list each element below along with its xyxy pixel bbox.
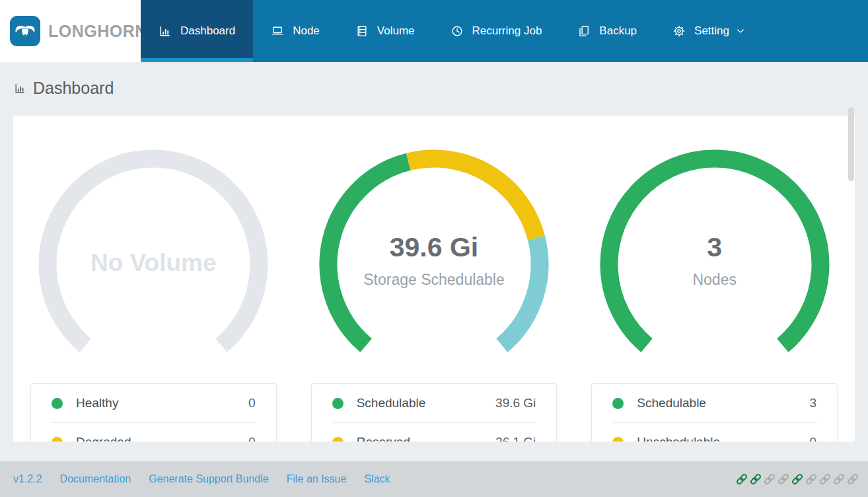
footer-link-documentation[interactable]: Documentation <box>60 473 131 485</box>
nav-item-backup[interactable]: Backup <box>560 0 655 62</box>
gear-icon <box>672 24 686 38</box>
legend-label: Degraded <box>76 435 248 441</box>
legend-label: Unschedulable <box>637 435 809 441</box>
legend-label: Schedulable <box>357 396 495 410</box>
bar-chart-icon <box>14 82 26 95</box>
longhorn-bull-icon <box>10 16 40 46</box>
link-icon-6[interactable] <box>805 473 818 486</box>
page-title: Dashboard <box>33 79 114 98</box>
legend-row-schedulable: Schedulable3 <box>592 384 837 422</box>
link-icon-4[interactable] <box>777 473 790 486</box>
gauge-panel-storage: 39.6 GiStorage SchedulableSchedulable39.… <box>294 116 575 441</box>
legend-label: Reserved <box>357 435 495 441</box>
footer-links: v1.2.2 DocumentationGenerate Support Bun… <box>0 473 390 485</box>
top-navbar: LONGHORN DashboardNodeVolumeRecurring Jo… <box>0 0 868 62</box>
storage-gauge-label: Storage Schedulable <box>294 270 575 289</box>
link-icon-7[interactable] <box>818 473 832 486</box>
nav-item-label: Dashboard <box>180 24 235 38</box>
copy-icon <box>577 24 591 38</box>
storage-legend: Schedulable39.6 GiReserved26.1 Gi <box>311 383 558 441</box>
volume-empty-text: No Volume <box>13 249 294 278</box>
nodes-legend: Schedulable3Unschedulable0 <box>591 383 838 441</box>
nodes-gauge-value: 3 <box>574 231 855 264</box>
nav-item-label: Volume <box>377 24 415 38</box>
nav-menu: DashboardNodeVolumeRecurring JobBackupSe… <box>141 0 764 62</box>
footer-bar: v1.2.2 DocumentationGenerate Support Bun… <box>0 461 868 497</box>
laptop-icon <box>271 24 284 38</box>
gauge-panel-volume: No VolumeHealthy0Degraded0 <box>13 116 294 441</box>
dashboard-card: No VolumeHealthy0Degraded039.6 GiStorage… <box>13 116 855 441</box>
legend-value: 26.1 Gi <box>495 435 536 441</box>
legend-value: 0 <box>248 435 256 441</box>
legend-value: 39.6 Gi <box>495 396 536 410</box>
status-dot <box>612 437 624 442</box>
legend-row-schedulable: Schedulable39.6 Gi <box>312 384 557 422</box>
footer-link-generate-support-bundle[interactable]: Generate Support Bundle <box>149 473 268 485</box>
nav-item-recurring-job[interactable]: Recurring Job <box>433 0 560 62</box>
legend-value: 0 <box>809 435 816 441</box>
storage-gauge-value: 39.6 Gi <box>294 231 575 264</box>
link-icon-8[interactable] <box>832 473 846 486</box>
footer-link-slack[interactable]: Slack <box>364 473 390 485</box>
status-dot <box>332 398 344 409</box>
status-dot <box>52 437 63 442</box>
legend-label: Healthy <box>76 396 248 410</box>
nav-item-label: Setting <box>694 24 729 38</box>
bar-chart-icon <box>159 24 172 38</box>
nav-item-label: Node <box>293 24 320 38</box>
chevron-down-icon <box>738 26 746 36</box>
brand-name: LONGHORN <box>48 22 147 41</box>
nodes-gauge-label: Nodes <box>574 270 855 289</box>
link-icon-9[interactable] <box>846 473 859 486</box>
status-dot <box>332 437 344 442</box>
legend-row-healthy: Healthy0 <box>31 384 276 422</box>
legend-row-reserved: Reserved26.1 Gi <box>312 423 557 441</box>
database-icon <box>355 24 369 38</box>
link-icon-3[interactable] <box>763 473 776 486</box>
status-dot <box>52 398 63 409</box>
legend-value: 0 <box>248 396 256 410</box>
brand-logo[interactable]: LONGHORN <box>0 0 141 62</box>
nav-item-label: Recurring Job <box>472 24 542 38</box>
legend-row-degraded: Degraded0 <box>31 423 276 441</box>
gauge-segment-reserved <box>408 159 536 238</box>
vertical-scrollbar-thumb[interactable] <box>848 107 854 181</box>
footer-link-file-an-issue[interactable]: File an Issue <box>287 473 347 485</box>
volume-legend: Healthy0Degraded0 <box>30 383 277 441</box>
page-header: Dashboard <box>14 79 114 98</box>
legend-value: 3 <box>809 396 816 410</box>
node-link-status-icons <box>735 473 868 486</box>
nav-item-label: Backup <box>599 24 637 38</box>
status-dot <box>612 398 624 409</box>
nav-item-node[interactable]: Node <box>253 0 338 62</box>
link-icon-1[interactable] <box>735 473 748 486</box>
clock-icon <box>451 24 464 38</box>
legend-row-unschedulable: Unschedulable0 <box>592 423 837 441</box>
nav-item-volume[interactable]: Volume <box>338 0 433 62</box>
legend-label: Schedulable <box>637 396 809 410</box>
nav-item-dashboard[interactable]: Dashboard <box>141 0 253 62</box>
link-icon-2[interactable] <box>749 473 762 486</box>
version-link[interactable]: v1.2.2 <box>13 473 42 485</box>
gauge-panel-nodes: 3NodesSchedulable3Unschedulable0 <box>574 116 855 441</box>
link-icon-5[interactable] <box>791 473 804 486</box>
nav-item-setting[interactable]: Setting <box>655 0 764 62</box>
